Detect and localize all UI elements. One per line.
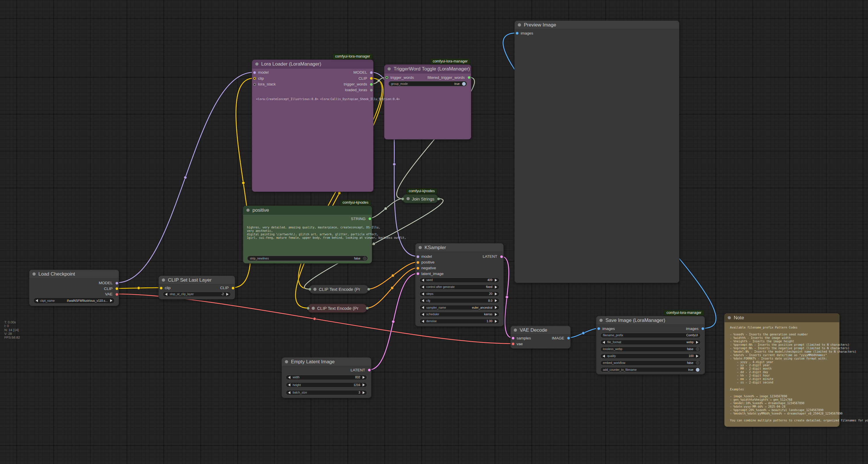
increment-arrow-icon[interactable] [495,299,497,302]
increment-arrow-icon[interactable] [696,355,699,357]
LATENT-output-port[interactable] [368,369,371,371]
link-midpoint-dot[interactable] [392,320,395,323]
node-note[interactable]: NoteAvailable filename_prefix Pattern Co… [724,313,840,427]
link-midpoint-dot[interactable] [338,192,341,195]
widget-embed_workflow[interactable]: embed_workflowfalse [600,360,701,366]
collapse-toggle-dot[interactable] [255,62,258,65]
node-text-lora-loader[interactable]: <lora:CreateConcept_Illustrious:0.8> <lo… [256,97,400,101]
collapsed-output-port[interactable] [367,288,370,291]
widget-add_counter_to_filename[interactable]: add_counter_to_filenametrue [600,367,701,372]
node-vae-decode[interactable]: VAE DecodesamplesvaeIMAGE [510,326,571,349]
link-midpoint-dot[interactable] [377,79,380,82]
VAE-output-port[interactable] [116,293,118,296]
link-midpoint-dot[interactable] [393,163,396,166]
MODEL-output-port[interactable] [116,282,118,285]
collapse-toggle-dot[interactable] [246,208,250,212]
toggle-on-icon[interactable] [696,368,700,372]
link-midpoint-dot[interactable] [505,296,508,298]
CLIP-output-port[interactable] [232,287,234,289]
increment-arrow-icon[interactable] [495,320,497,323]
link-midpoint-dot[interactable] [391,287,394,289]
increment-arrow-icon[interactable] [226,293,228,296]
link-midpoint-dot[interactable] [582,332,585,335]
negative-input-port[interactable] [416,267,419,269]
widget-filename_prefix[interactable]: filename_prefixComfyUI [600,333,701,338]
link-midpoint-dot[interactable] [137,287,140,289]
decrement-arrow-icon[interactable] [422,299,424,302]
link-midpoint-dot[interactable] [242,181,245,184]
collapsed-input-port[interactable] [401,198,404,200]
IMAGE-output-port[interactable] [567,337,570,340]
widget-seed[interactable]: seed409 [420,278,499,283]
toggle-off-icon[interactable] [363,257,367,260]
CLIP-output-port[interactable] [116,287,118,290]
samples-input-port[interactable] [512,337,514,340]
link-midpoint-dot[interactable] [184,176,187,179]
collapse-toggle-dot[interactable] [162,279,165,282]
decrement-arrow-icon[interactable] [422,306,424,309]
collapse-toggle-dot[interactable] [407,197,410,200]
decrement-arrow-icon[interactable] [602,355,605,357]
toggle-off-icon[interactable] [696,361,700,365]
decrement-arrow-icon[interactable] [288,376,290,379]
decrement-arrow-icon[interactable] [36,299,38,302]
latent_image-input-port[interactable] [416,272,419,275]
node-preview-image[interactable]: Preview Imageimages [514,21,679,283]
collapsed-input-port[interactable] [309,288,311,291]
images-input-port[interactable] [597,327,600,330]
increment-arrow-icon[interactable] [495,286,497,289]
widget-quality[interactable]: quality100 [600,353,701,359]
collapse-toggle-dot[interactable] [514,328,517,332]
collapse-toggle-dot[interactable] [312,307,315,310]
link-midpoint-dot[interactable] [392,274,395,277]
widget-file_format[interactable]: file_formatwebp [600,340,701,345]
STRING-output-port[interactable] [369,218,371,220]
CLIP-output-port[interactable] [370,77,373,80]
collapse-toggle-dot[interactable] [388,67,391,70]
loaded_loras-output-port[interactable] [370,89,373,91]
decrement-arrow-icon[interactable] [422,320,424,323]
graph-canvas[interactable]: Preview ImageimagesTriggerWord Toggle (L… [0,0,868,464]
widget-height[interactable]: height1216 [286,382,367,387]
node-clip-text-encode-positive[interactable]: CLIP Text Encode (Pr [309,285,368,294]
decrement-arrow-icon[interactable] [422,313,424,316]
increment-arrow-icon[interactable] [363,391,365,394]
increment-arrow-icon[interactable] [363,376,365,379]
node-empty-latent-image[interactable]: Empty Latent ImageLATENTwidth832height12… [281,357,371,398]
trigger_words-input-port[interactable] [385,76,388,79]
increment-arrow-icon[interactable] [363,383,365,386]
node-save-image[interactable]: Save Image (LoraManager)comfyui-lora-man… [596,316,705,375]
clip-input-port[interactable] [253,77,256,80]
vae-input-port[interactable] [512,343,514,345]
link-midpoint-dot[interactable] [384,207,387,210]
images-input-port[interactable] [516,32,518,34]
model-input-port[interactable] [416,256,419,258]
link-midpoint-dot[interactable] [313,317,316,320]
node-clip-set-last-layer[interactable]: CLIP Set Last LayerclipCLIPstop_at_clip_… [158,276,235,299]
widget-group_mode[interactable]: group_modetrue [389,81,467,86]
MODEL-output-port[interactable] [370,71,373,74]
increment-arrow-icon[interactable] [495,279,497,282]
clip-input-port[interactable] [160,287,162,289]
widget-cfg[interactable]: cfg8.0 [420,298,499,303]
LATENT-output-port[interactable] [500,256,503,258]
collapse-toggle-dot[interactable] [418,246,422,249]
collapsed-output-port[interactable] [366,307,369,310]
node-positive-prompt[interactable]: positivecomfyui-kjnodesSTRINGstrip_newli… [243,206,372,263]
increment-arrow-icon[interactable] [495,313,497,316]
link-midpoint-dot[interactable] [372,242,375,245]
collapsed-input-port[interactable] [307,307,309,310]
decrement-arrow-icon[interactable] [422,293,424,295]
collapse-toggle-dot[interactable] [599,319,602,322]
widget-width[interactable]: width832 [286,375,367,380]
decrement-arrow-icon[interactable] [422,286,424,289]
increment-arrow-icon[interactable] [495,306,497,309]
collapse-toggle-dot[interactable] [32,272,36,276]
widget-sampler_name[interactable]: sampler_nameeuler_ancestral [420,305,499,310]
collapse-toggle-dot[interactable] [518,23,521,26]
node-load-checkpoint[interactable]: Load CheckpointMODELCLIPVAEckpt_nameil\w… [29,269,119,306]
collapse-toggle-dot[interactable] [313,288,316,291]
decrement-arrow-icon[interactable] [602,341,605,344]
widget-lossless_webp[interactable]: lossless_webpfalse [600,347,701,352]
widget-stop_at_clip_layer[interactable]: stop_at_clip_layer-2 [163,292,231,297]
